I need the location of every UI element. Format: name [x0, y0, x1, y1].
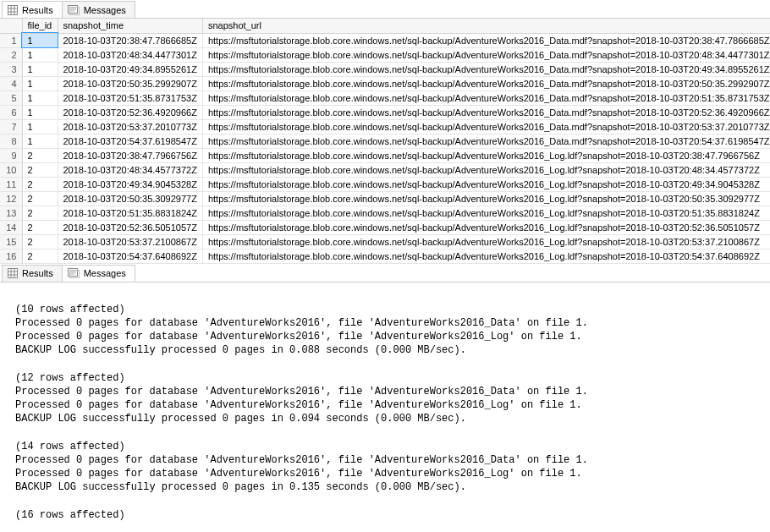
- cell-snapshot-time[interactable]: 2018-10-03T20:51:35.8831824Z: [58, 206, 202, 220]
- cell-file-id[interactable]: 1: [22, 47, 58, 62]
- row-number[interactable]: 1: [0, 33, 22, 47]
- messages-output[interactable]: (10 rows affected) Processed 0 pages for…: [0, 282, 770, 529]
- table-row[interactable]: 312018-10-03T20:49:34.8955261Zhttps://ms…: [0, 62, 770, 76]
- table-row[interactable]: 1122018-10-03T20:49:34.9045328Zhttps://m…: [0, 177, 770, 191]
- cell-snapshot-url[interactable]: https://msftutorialstorage.blob.core.win…: [202, 119, 770, 134]
- cell-snapshot-url[interactable]: https://msftutorialstorage.blob.core.win…: [202, 206, 770, 220]
- row-number[interactable]: 14: [0, 220, 22, 234]
- cell-snapshot-time[interactable]: 2018-10-03T20:48:34.4477301Z: [58, 47, 202, 62]
- cell-file-id[interactable]: 1: [22, 90, 58, 105]
- table-row[interactable]: 812018-10-03T20:54:37.6198547Zhttps://ms…: [0, 134, 770, 148]
- table-row[interactable]: 1522018-10-03T20:53:37.2100867Zhttps://m…: [0, 234, 770, 249]
- cell-snapshot-url[interactable]: https://msftutorialstorage.blob.core.win…: [202, 191, 770, 206]
- cell-snapshot-time[interactable]: 2018-10-03T20:54:37.6198547Z: [58, 134, 202, 148]
- table-row[interactable]: 612018-10-03T20:52:36.4920966Zhttps://ms…: [0, 105, 770, 119]
- svg-rect-0: [8, 5, 18, 14]
- row-number[interactable]: 7: [0, 119, 22, 134]
- cell-snapshot-time[interactable]: 2018-10-03T20:52:36.4920966Z: [58, 105, 202, 119]
- row-number[interactable]: 5: [0, 90, 22, 105]
- col-header-snapshot-time[interactable]: snapshot_time: [58, 19, 202, 33]
- col-header-snapshot-url[interactable]: snapshot_url: [202, 19, 770, 33]
- cell-file-id[interactable]: 2: [22, 206, 58, 220]
- cell-file-id[interactable]: 1: [22, 33, 58, 47]
- grid-icon: [8, 5, 18, 15]
- cell-file-id[interactable]: 1: [22, 134, 58, 148]
- cell-file-id[interactable]: 1: [22, 119, 58, 134]
- row-number[interactable]: 3: [0, 62, 22, 76]
- cell-snapshot-time[interactable]: 2018-10-03T20:49:34.9045328Z: [58, 177, 202, 191]
- cell-file-id[interactable]: 2: [22, 177, 58, 191]
- cell-snapshot-time[interactable]: 2018-10-03T20:51:35.8731753Z: [58, 90, 202, 105]
- tab-messages[interactable]: Messages: [62, 1, 135, 18]
- cell-snapshot-time[interactable]: 2018-10-03T20:49:34.8955261Z: [58, 62, 202, 76]
- table-row[interactable]: 112018-10-03T20:38:47.7866685Zhttps://ms…: [0, 33, 770, 47]
- table-row[interactable]: 1222018-10-03T20:50:35.3092977Zhttps://m…: [0, 191, 770, 206]
- cell-file-id[interactable]: 2: [22, 234, 58, 249]
- cell-file-id[interactable]: 2: [22, 220, 58, 234]
- row-number[interactable]: 12: [0, 191, 22, 206]
- cell-snapshot-url[interactable]: https://msftutorialstorage.blob.core.win…: [202, 220, 770, 234]
- table-row[interactable]: 712018-10-03T20:53:37.2010773Zhttps://ms…: [0, 119, 770, 134]
- table-row[interactable]: 1322018-10-03T20:51:35.8831824Zhttps://m…: [0, 206, 770, 220]
- cell-snapshot-time[interactable]: 2018-10-03T20:48:34.4577372Z: [58, 162, 202, 177]
- cell-snapshot-url[interactable]: https://msftutorialstorage.blob.core.win…: [202, 47, 770, 62]
- cell-snapshot-time[interactable]: 2018-10-03T20:38:47.7966756Z: [58, 148, 202, 162]
- cell-file-id[interactable]: 1: [22, 62, 58, 76]
- grid-corner[interactable]: [0, 19, 22, 33]
- cell-snapshot-time[interactable]: 2018-10-03T20:53:37.2010773Z: [58, 119, 202, 134]
- cell-snapshot-url[interactable]: https://msftutorialstorage.blob.core.win…: [202, 148, 770, 162]
- tab-results-bottom[interactable]: Results: [2, 265, 63, 282]
- cell-snapshot-time[interactable]: 2018-10-03T20:50:35.2992907Z: [58, 76, 202, 90]
- cell-file-id[interactable]: 2: [22, 249, 58, 263]
- messages-pane-tabbar: Results Messages: [0, 264, 770, 282]
- table-row[interactable]: 412018-10-03T20:50:35.2992907Zhttps://ms…: [0, 76, 770, 90]
- table-row[interactable]: 212018-10-03T20:48:34.4477301Zhttps://ms…: [0, 47, 770, 62]
- results-pane: Results Messages file_id snapshot: [0, 0, 770, 264]
- cell-snapshot-url[interactable]: https://msftutorialstorage.blob.core.win…: [202, 90, 770, 105]
- row-number[interactable]: 8: [0, 134, 22, 148]
- table-row[interactable]: 512018-10-03T20:51:35.8731753Zhttps://ms…: [0, 90, 770, 105]
- cell-snapshot-time[interactable]: 2018-10-03T20:52:36.5051057Z: [58, 220, 202, 234]
- cell-file-id[interactable]: 1: [22, 105, 58, 119]
- cell-snapshot-time[interactable]: 2018-10-03T20:53:37.2100867Z: [58, 234, 202, 249]
- row-number[interactable]: 9: [0, 148, 22, 162]
- row-number[interactable]: 15: [0, 234, 22, 249]
- cell-snapshot-url[interactable]: https://msftutorialstorage.blob.core.win…: [202, 134, 770, 148]
- cell-file-id[interactable]: 2: [22, 148, 58, 162]
- row-number[interactable]: 2: [0, 47, 22, 62]
- table-row[interactable]: 1422018-10-03T20:52:36.5051057Zhttps://m…: [0, 220, 770, 234]
- cell-snapshot-url[interactable]: https://msftutorialstorage.blob.core.win…: [202, 62, 770, 76]
- row-number[interactable]: 4: [0, 76, 22, 90]
- tab-messages-label: Messages: [84, 5, 126, 15]
- table-row[interactable]: 922018-10-03T20:38:47.7966756Zhttps://ms…: [0, 148, 770, 162]
- cell-snapshot-url[interactable]: https://msftutorialstorage.blob.core.win…: [202, 249, 770, 263]
- col-header-file-id[interactable]: file_id: [22, 19, 58, 33]
- grid-icon: [8, 268, 18, 278]
- cell-snapshot-url[interactable]: https://msftutorialstorage.blob.core.win…: [202, 76, 770, 90]
- row-number[interactable]: 13: [0, 206, 22, 220]
- tab-messages-bottom[interactable]: Messages: [62, 265, 135, 282]
- cell-snapshot-url[interactable]: https://msftutorialstorage.blob.core.win…: [202, 162, 770, 177]
- grid-header-row: file_id snapshot_time snapshot_url: [0, 19, 770, 33]
- row-number[interactable]: 6: [0, 105, 22, 119]
- cell-file-id[interactable]: 2: [22, 191, 58, 206]
- cell-snapshot-url[interactable]: https://msftutorialstorage.blob.core.win…: [202, 234, 770, 249]
- tab-results[interactable]: Results: [2, 1, 63, 18]
- cell-file-id[interactable]: 1: [22, 76, 58, 90]
- cell-snapshot-url[interactable]: https://msftutorialstorage.blob.core.win…: [202, 105, 770, 119]
- results-grid[interactable]: file_id snapshot_time snapshot_url 11201…: [0, 19, 770, 264]
- row-number[interactable]: 16: [0, 249, 22, 263]
- results-pane-tabbar: Results Messages: [0, 0, 770, 19]
- cell-snapshot-time[interactable]: 2018-10-03T20:54:37.6408692Z: [58, 249, 202, 263]
- cell-snapshot-time[interactable]: 2018-10-03T20:38:47.7866685Z: [58, 33, 202, 47]
- tab-messages-bottom-label: Messages: [84, 268, 126, 278]
- cell-file-id[interactable]: 2: [22, 162, 58, 177]
- row-number[interactable]: 11: [0, 177, 22, 191]
- cell-snapshot-time[interactable]: 2018-10-03T20:50:35.3092977Z: [58, 191, 202, 206]
- table-row[interactable]: 1022018-10-03T20:48:34.4577372Zhttps://m…: [0, 162, 770, 177]
- cell-snapshot-url[interactable]: https://msftutorialstorage.blob.core.win…: [202, 33, 770, 47]
- row-number[interactable]: 10: [0, 162, 22, 177]
- table-row[interactable]: 1622018-10-03T20:54:37.6408692Zhttps://m…: [0, 249, 770, 263]
- cell-snapshot-url[interactable]: https://msftutorialstorage.blob.core.win…: [202, 177, 770, 191]
- tab-results-bottom-label: Results: [22, 268, 53, 278]
